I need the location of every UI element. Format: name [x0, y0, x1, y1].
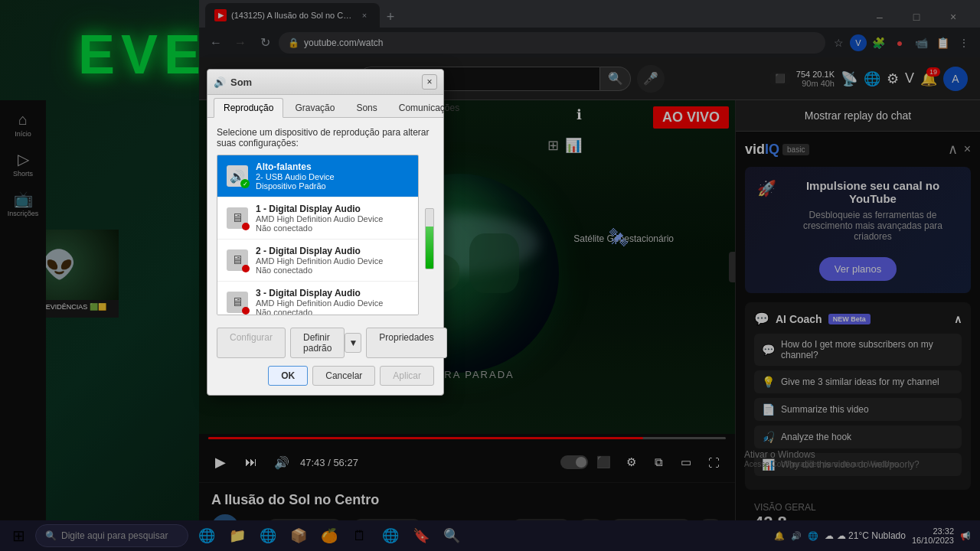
device-info-2: 2 - Digital Display Audio AMD High Defin…	[256, 246, 410, 275]
set-default-btn[interactable]: Definir padrão	[290, 328, 345, 358]
volume-bar	[425, 208, 434, 269]
device-sub-1: AMD High Definition Audio Device	[256, 214, 410, 223]
device-status-0: Dispositivo Padrão	[256, 181, 410, 191]
set-default-dropdown[interactable]: ▼	[345, 333, 361, 353]
device-sub-2: AMD High Definition Audio Device	[256, 256, 410, 266]
dialog-footer-row2: OK Cancelar Aplicar	[207, 361, 443, 395]
device-icon-1: 🖥	[225, 206, 250, 230]
device-item-0[interactable]: 🔊 ✓ Alto-falantes 2- USB Audio Device Di…	[217, 155, 418, 197]
dialog-titlebar: 🔊 Som ×	[207, 70, 443, 95]
tab-comunicacoes[interactable]: Comunicações	[389, 98, 469, 117]
device-info-1: 1 - Digital Display Audio AMD High Defin…	[256, 204, 410, 233]
disconnected-icon-1	[242, 223, 250, 230]
device-icon-0: 🔊 ✓	[225, 164, 250, 188]
device-info-3: 3 - Digital Display Audio AMD High Defin…	[256, 288, 410, 315]
tab-reproducao[interactable]: Reprodução	[214, 98, 283, 118]
ok-btn[interactable]: OK	[268, 366, 308, 386]
cancel-btn[interactable]: Cancelar	[312, 366, 375, 386]
device-status-2: Não conectado	[256, 266, 410, 275]
device-status-1: Não conectado	[256, 223, 410, 233]
disconnected-icon-3	[242, 307, 250, 315]
device-icon-2: 🖥	[225, 248, 250, 272]
device-sub-0: 2- USB Audio Device	[256, 172, 410, 181]
default-check-icon: ✓	[240, 179, 250, 188]
dialog-tabs: Reprodução Gravação Sons Comunicações	[207, 95, 443, 118]
device-icon-3: 🖥	[225, 290, 250, 315]
device-name-2: 2 - Digital Display Audio	[256, 246, 410, 256]
disconnected-icon-2	[242, 265, 250, 272]
device-sub-3: AMD High Definition Audio Device	[256, 298, 410, 308]
device-item-2[interactable]: 🖥 2 - Digital Display Audio AMD High Def…	[217, 240, 418, 282]
dialog-overlay	[0, 0, 980, 551]
device-info-0: Alto-falantes 2- USB Audio Device Dispos…	[256, 161, 410, 191]
apply-btn[interactable]: Aplicar	[380, 366, 434, 386]
device-status-3: Não conectado	[256, 308, 410, 315]
configure-btn[interactable]: Configurar	[217, 328, 286, 358]
dialog-title-text: Som	[230, 77, 252, 88]
dialog-footer-row1: Configurar Definir padrão ▼ Propriedades	[207, 324, 443, 361]
dialog-title: 🔊 Som	[214, 77, 422, 88]
device-name-0: Alto-falantes	[256, 161, 410, 172]
tab-sons[interactable]: Sons	[346, 98, 387, 117]
volume-fill	[426, 227, 433, 269]
device-name-1: 1 - Digital Display Audio	[256, 204, 410, 214]
dialog-close-btn[interactable]: ×	[422, 74, 437, 90]
tab-gravacao[interactable]: Gravação	[285, 98, 345, 117]
sound-dialog: 🔊 Som × Reprodução Gravação Sons Comunic…	[207, 69, 444, 396]
properties-btn[interactable]: Propriedades	[366, 328, 446, 358]
dialog-instruction: Selecione um dispositivo de reprodução p…	[217, 127, 434, 148]
device-list[interactable]: 🔊 ✓ Alto-falantes 2- USB Audio Device Di…	[217, 155, 419, 315]
dialog-body: Selecione um dispositivo de reprodução p…	[207, 118, 443, 324]
device-item-3[interactable]: 🖥 3 - Digital Display Audio AMD High Def…	[217, 282, 418, 315]
device-name-3: 3 - Digital Display Audio	[256, 288, 410, 298]
dialog-title-icon: 🔊	[214, 77, 226, 88]
device-item-1[interactable]: 🖥 1 - Digital Display Audio AMD High Def…	[217, 197, 418, 240]
